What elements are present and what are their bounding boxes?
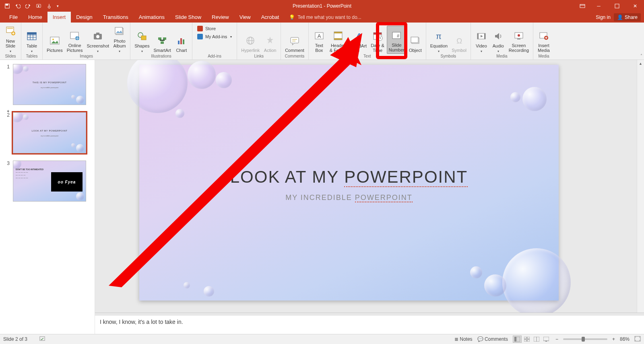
share-button[interactable]: 👤 Share	[614, 13, 641, 21]
ribbon-insert: New Slide▾ Slides Table▾ Tables Pictures…	[0, 23, 644, 60]
svg-rect-7	[7, 28, 13, 29]
reading-view-icon[interactable]	[532, 336, 541, 343]
slide-subtitle-text[interactable]: MY INCREDIBLE POWERPOINT	[139, 194, 559, 202]
thumbnail-2[interactable]: 2 LOOK AT MY POWERPOINT my incredible po…	[6, 112, 89, 153]
slideshow-view-icon[interactable]	[542, 336, 551, 343]
svg-point-3	[48, 6, 50, 8]
screen-recording-button[interactable]: Screen Recording	[507, 26, 530, 54]
svg-rect-56	[40, 336, 45, 340]
tab-file[interactable]: File	[4, 12, 23, 23]
svg-rect-57	[514, 337, 516, 342]
svg-rect-48	[484, 33, 485, 39]
photo-album-button[interactable]: Photo Album▾	[111, 26, 128, 54]
scroll-up-icon[interactable]: ▲	[637, 60, 644, 67]
new-slide-icon	[5, 26, 16, 37]
svg-rect-26	[180, 38, 182, 44]
svg-rect-10	[27, 33, 36, 34]
my-addins-button[interactable]: My Add-ins▾	[197, 34, 232, 39]
close-icon[interactable]: ✕	[626, 0, 644, 12]
chart-button[interactable]: Chart	[173, 26, 190, 54]
comment-button[interactable]: Comment	[283, 26, 306, 54]
tab-acrobat[interactable]: Acrobat	[256, 12, 285, 23]
thumbnail-3[interactable]: 3 DON'T BE TOO INTIMIDATED — — — — —— — …	[6, 161, 89, 202]
group-media-2: Insert Media Media	[533, 23, 554, 60]
tab-review[interactable]: Review	[206, 12, 234, 23]
zoom-in-icon[interactable]: +	[612, 336, 615, 342]
text-box-button[interactable]: AText Box	[311, 26, 327, 54]
spell-check-icon[interactable]	[39, 336, 45, 343]
svg-rect-62	[527, 340, 530, 342]
tab-slideshow[interactable]: Slide Show	[170, 12, 206, 23]
svg-rect-30	[291, 37, 299, 43]
online-pictures-button[interactable]: Online Pictures	[65, 26, 85, 54]
tab-insert[interactable]: Insert	[47, 12, 71, 23]
audio-icon	[493, 31, 504, 42]
slide-canvas[interactable]: LOOK AT MY POWERPOINT MY INCREDIBLE POWE…	[139, 65, 559, 301]
save-icon[interactable]	[2, 1, 12, 11]
tab-home[interactable]: Home	[23, 12, 47, 23]
notes-button[interactable]: ≣ Notes	[454, 336, 473, 342]
slide-edit-area[interactable]: LOOK AT MY POWERPOINT MY INCREDIBLE POWE…	[95, 60, 644, 334]
qat-customize-icon[interactable]: ▾	[55, 1, 60, 11]
maximize-icon[interactable]	[608, 0, 626, 12]
fit-to-window-icon[interactable]	[634, 336, 641, 343]
view-buttons	[513, 336, 551, 343]
tab-transitions[interactable]: Transitions	[98, 12, 134, 23]
slide-number-button[interactable]: #Slide Number	[387, 26, 407, 54]
touch-mouse-mode-icon[interactable]	[44, 1, 54, 11]
collapse-ribbon-icon[interactable]: ˄	[640, 54, 642, 58]
action-button: Action	[262, 26, 278, 54]
workspace: 1 THIS IS MY POWERPOINT my incredible po…	[0, 60, 644, 334]
animation-star-icon: ✶	[6, 109, 10, 113]
store-button[interactable]: Store	[197, 26, 232, 31]
new-slide-button[interactable]: New Slide▾	[2, 26, 19, 54]
video-button[interactable]: Video▾	[473, 26, 489, 54]
hyperlink-icon	[245, 35, 256, 46]
redo-icon[interactable]	[23, 1, 33, 11]
audio-button[interactable]: Audio▾	[490, 26, 506, 54]
slide-sorter-view-icon[interactable]	[522, 336, 531, 343]
equation-button[interactable]: πEquation▾	[429, 26, 449, 54]
shapes-button[interactable]: Shapes▾	[133, 26, 151, 54]
svg-text:A: A	[318, 33, 321, 39]
tab-design[interactable]: Design	[71, 12, 97, 23]
tab-view[interactable]: View	[234, 12, 256, 23]
slide-indicator[interactable]: Slide 2 of 3	[3, 336, 27, 342]
insert-media-button[interactable]: Insert Media	[536, 26, 552, 54]
zoom-slider[interactable]	[563, 338, 607, 340]
svg-rect-23	[163, 37, 166, 40]
pictures-button[interactable]: Pictures	[45, 26, 64, 54]
thumbnail-1[interactable]: 1 THIS IS MY POWERPOINT my incredible po…	[6, 64, 89, 105]
notes-pane[interactable]: I know, I know, it's a lot to take in.	[95, 315, 644, 334]
vertical-scrollbar[interactable]: ▲ ▼ ⯅ ⯆	[637, 60, 644, 334]
svg-point-50	[518, 34, 520, 37]
object-icon	[410, 35, 421, 46]
wordart-button[interactable]: AWordArt▾	[349, 26, 368, 54]
slide-thumbnails-pane[interactable]: 1 THIS IS MY POWERPOINT my incredible po…	[0, 60, 95, 334]
table-button[interactable]: Table▾	[24, 26, 40, 54]
date-time-icon	[372, 30, 383, 41]
slide-title-text[interactable]: LOOK AT MY POWERPOINT	[139, 167, 559, 187]
minimize-icon[interactable]: ─	[590, 0, 608, 12]
date-time-button[interactable]: Date & Time	[369, 26, 386, 54]
normal-view-icon[interactable]	[513, 336, 522, 343]
tell-me-search[interactable]: 💡 Tell me what you want to do...	[284, 12, 361, 23]
ribbon-display-options-icon[interactable]	[575, 0, 590, 12]
start-from-beginning-icon[interactable]	[34, 1, 43, 11]
sign-in-link[interactable]: Sign in	[596, 14, 611, 20]
header-footer-button[interactable]: Header & Footer	[328, 26, 348, 54]
object-button[interactable]: Object	[407, 26, 423, 54]
notes-text[interactable]: I know, I know, it's a lot to take in.	[100, 319, 183, 325]
smartart-button[interactable]: SmartArt	[152, 26, 172, 54]
svg-rect-24	[161, 41, 164, 44]
zoom-level[interactable]: 86%	[620, 336, 630, 342]
undo-icon[interactable]	[13, 1, 23, 11]
svg-point-12	[52, 39, 54, 40]
group-links: Hyperlink Action Links	[237, 23, 281, 60]
zoom-out-icon[interactable]: −	[555, 336, 558, 342]
tab-animations[interactable]: Animations	[134, 12, 170, 23]
comments-button[interactable]: 💬 Comments	[477, 336, 508, 342]
screenshot-button[interactable]: Screenshot▾	[85, 26, 111, 54]
svg-text:A: A	[355, 32, 361, 41]
svg-rect-5	[615, 4, 619, 8]
